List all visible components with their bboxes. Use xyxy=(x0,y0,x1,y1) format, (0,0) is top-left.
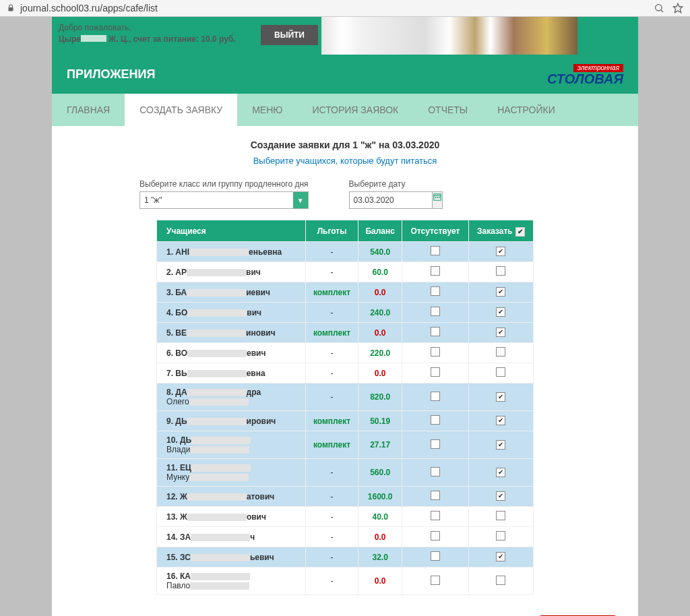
search-icon[interactable] xyxy=(654,3,664,13)
order-checkbox[interactable] xyxy=(496,367,505,377)
order-checkbox[interactable] xyxy=(496,552,505,561)
table-row[interactable]: 1. АНIеньевна-540.0 xyxy=(157,242,534,262)
absent-cell[interactable] xyxy=(402,431,469,459)
calendar-icon[interactable] xyxy=(432,192,442,208)
table-row[interactable]: 3. БАиевичкомплект0.0 xyxy=(157,282,534,303)
order-cell[interactable] xyxy=(468,383,533,411)
table-row[interactable]: 2. АРвич-60.0 xyxy=(157,262,534,282)
table-row[interactable]: 7. ВЬевна-0.0 xyxy=(157,363,534,383)
absent-checkbox[interactable] xyxy=(431,392,440,401)
balance-cell: 1600.0 xyxy=(358,487,402,507)
order-all-checkbox[interactable] xyxy=(515,227,525,237)
tab-2[interactable]: МЕНЮ xyxy=(237,94,297,126)
th-order[interactable]: Заказать xyxy=(468,220,533,242)
class-select[interactable]: ▼ xyxy=(139,191,309,209)
order-cell[interactable] xyxy=(468,323,533,343)
absent-cell[interactable] xyxy=(402,411,469,431)
tab-5[interactable]: НАСТРОЙКИ xyxy=(482,94,570,126)
order-checkbox[interactable] xyxy=(496,287,505,297)
absent-cell[interactable] xyxy=(402,487,469,507)
tab-1[interactable]: СОЗДАТЬ ЗАЯВКУ xyxy=(125,94,237,126)
absent-cell[interactable] xyxy=(402,242,469,262)
absent-checkbox[interactable] xyxy=(431,286,440,296)
order-checkbox[interactable] xyxy=(496,416,505,425)
absent-checkbox[interactable] xyxy=(431,491,440,500)
date-select[interactable] xyxy=(349,191,443,209)
absent-cell[interactable] xyxy=(402,507,469,527)
absent-cell[interactable] xyxy=(402,323,469,343)
table-row[interactable]: 12. Жатович-1600.0 xyxy=(157,487,534,507)
order-cell[interactable] xyxy=(468,262,533,282)
chevron-down-icon[interactable]: ▼ xyxy=(293,192,308,208)
order-checkbox[interactable] xyxy=(496,468,505,477)
order-checkbox[interactable] xyxy=(496,328,505,337)
absent-checkbox[interactable] xyxy=(431,367,440,377)
absent-checkbox[interactable] xyxy=(431,327,440,336)
order-checkbox[interactable] xyxy=(496,491,505,501)
table-row[interactable]: 9. ДЬировичкомплект50.19 xyxy=(157,411,534,431)
logout-button[interactable]: ВЫЙТИ xyxy=(261,25,318,45)
order-cell[interactable] xyxy=(468,527,533,547)
order-cell[interactable] xyxy=(468,343,533,363)
tab-0[interactable]: ГЛАВНАЯ xyxy=(52,94,125,126)
url-text[interactable]: journal.school03.ru/apps/cafe/list xyxy=(20,3,646,13)
order-checkbox[interactable] xyxy=(496,576,505,585)
order-cell[interactable] xyxy=(468,459,533,487)
absent-checkbox[interactable] xyxy=(431,439,440,449)
star-icon[interactable] xyxy=(672,3,683,13)
absent-checkbox[interactable] xyxy=(431,347,440,357)
order-cell[interactable] xyxy=(468,547,533,567)
order-checkbox[interactable] xyxy=(496,511,505,520)
order-checkbox[interactable] xyxy=(496,531,505,541)
absent-checkbox[interactable] xyxy=(431,511,440,520)
table-row[interactable]: 8. ДАдраОлего-820.0 xyxy=(157,383,534,411)
absent-checkbox[interactable] xyxy=(431,307,440,316)
date-input[interactable] xyxy=(350,192,432,208)
absent-checkbox[interactable] xyxy=(431,467,440,476)
tab-4[interactable]: ОТЧЕТЫ xyxy=(413,94,482,126)
table-row[interactable]: 5. ВЕиновичкомплект0.0 xyxy=(157,323,534,343)
absent-checkbox[interactable] xyxy=(431,531,440,541)
absent-checkbox[interactable] xyxy=(431,246,440,255)
order-checkbox[interactable] xyxy=(496,247,505,256)
class-input[interactable] xyxy=(140,192,293,208)
absent-cell[interactable] xyxy=(402,383,469,411)
table-row[interactable]: 11. ЕЦМунку-560.0 xyxy=(157,459,534,487)
absent-cell[interactable] xyxy=(402,547,469,567)
order-cell[interactable] xyxy=(468,431,533,459)
order-checkbox[interactable] xyxy=(496,266,505,276)
absent-cell[interactable] xyxy=(402,262,469,282)
absent-cell[interactable] xyxy=(402,527,469,547)
order-checkbox[interactable] xyxy=(496,392,505,402)
absent-cell[interactable] xyxy=(402,303,469,323)
absent-cell[interactable] xyxy=(402,343,469,363)
absent-cell[interactable] xyxy=(402,282,469,303)
absent-cell[interactable] xyxy=(402,567,469,595)
absent-cell[interactable] xyxy=(402,459,469,487)
tab-3[interactable]: ИСТОРИЯ ЗАЯВОК xyxy=(297,94,413,126)
table-row[interactable]: 14. ЗАч-0.0 xyxy=(157,527,534,547)
table-row[interactable]: 13. Жович-40.0 xyxy=(157,507,534,527)
order-checkbox[interactable] xyxy=(496,347,505,357)
order-cell[interactable] xyxy=(468,567,533,595)
table-row[interactable]: 15. ЗСьевич-32.0 xyxy=(157,547,534,567)
svg-rect-6 xyxy=(437,197,438,198)
absent-checkbox[interactable] xyxy=(431,266,440,276)
table-row[interactable]: 4. БОвич-240.0 xyxy=(157,303,534,323)
absent-cell[interactable] xyxy=(402,363,469,383)
order-cell[interactable] xyxy=(468,363,533,383)
table-row[interactable]: 6. ВОевич-220.0 xyxy=(157,343,534,363)
order-cell[interactable] xyxy=(468,411,533,431)
order-checkbox[interactable] xyxy=(496,440,505,450)
table-row[interactable]: 10. ДЬВладикомплект27.17 xyxy=(157,431,534,459)
table-row[interactable]: 16. КАПавло-0.0 xyxy=(157,567,534,595)
absent-checkbox[interactable] xyxy=(431,576,440,585)
order-cell[interactable] xyxy=(468,242,533,262)
absent-checkbox[interactable] xyxy=(431,551,440,561)
order-cell[interactable] xyxy=(468,507,533,527)
order-checkbox[interactable] xyxy=(496,307,505,317)
order-cell[interactable] xyxy=(468,282,533,303)
absent-checkbox[interactable] xyxy=(431,415,440,425)
order-cell[interactable] xyxy=(468,487,533,507)
order-cell[interactable] xyxy=(468,303,533,323)
